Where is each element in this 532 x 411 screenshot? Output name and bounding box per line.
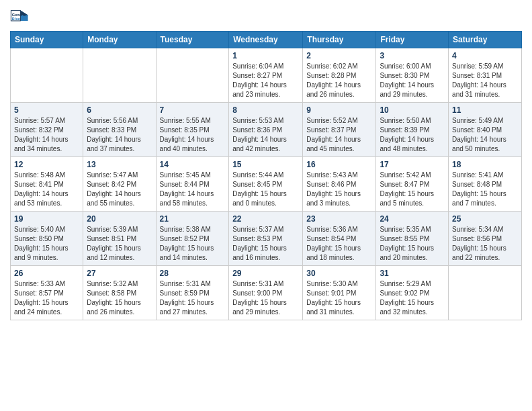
calendar-cell: 21Sunrise: 5:38 AMSunset: 8:52 PMDayligh… [156, 212, 229, 266]
day-info: Sunrise: 5:52 AMSunset: 8:37 PMDaylight:… [306, 116, 372, 154]
day-info: Sunrise: 5:48 AMSunset: 8:41 PMDaylight:… [14, 171, 79, 208]
day-number: 16 [306, 160, 372, 169]
weekday-header: Thursday [303, 32, 376, 48]
calendar-cell: 31Sunrise: 5:29 AMSunset: 9:02 PMDayligh… [376, 266, 449, 320]
day-number: 17 [380, 160, 445, 169]
calendar-week-row: 19Sunrise: 5:40 AMSunset: 8:50 PMDayligh… [11, 212, 522, 266]
calendar-cell [449, 266, 522, 320]
calendar-cell: 10Sunrise: 5:50 AMSunset: 8:39 PMDayligh… [376, 103, 449, 157]
day-info: Sunrise: 6:00 AMSunset: 8:30 PMDaylight:… [380, 62, 445, 99]
day-number: 7 [160, 105, 226, 115]
day-info: Sunrise: 5:30 AMSunset: 9:01 PMDaylight:… [306, 279, 372, 317]
day-info: Sunrise: 5:53 AMSunset: 8:36 PMDaylight:… [232, 116, 299, 154]
day-info: Sunrise: 5:33 AMSunset: 8:57 PMDaylight:… [14, 279, 79, 317]
calendar-cell: 18Sunrise: 5:41 AMSunset: 8:48 PMDayligh… [449, 157, 522, 212]
day-info: Sunrise: 5:47 AMSunset: 8:42 PMDaylight:… [87, 171, 152, 208]
calendar-cell: 19Sunrise: 5:40 AMSunset: 8:50 PMDayligh… [11, 212, 83, 266]
day-number: 20 [87, 214, 152, 224]
day-number: 18 [452, 160, 518, 169]
day-number: 4 [452, 51, 518, 60]
calendar-cell: 23Sunrise: 5:36 AMSunset: 8:54 PMDayligh… [303, 212, 376, 266]
day-number: 25 [452, 214, 518, 224]
calendar-cell: 15Sunrise: 5:44 AMSunset: 8:45 PMDayligh… [229, 157, 303, 212]
weekday-header: Tuesday [156, 32, 229, 48]
day-number: 23 [306, 214, 372, 224]
day-number: 3 [380, 51, 445, 60]
calendar-week-row: 5Sunrise: 5:57 AMSunset: 8:32 PMDaylight… [11, 103, 522, 157]
calendar-cell: 22Sunrise: 5:37 AMSunset: 8:53 PMDayligh… [229, 212, 303, 266]
day-number: 22 [232, 214, 299, 224]
calendar-week-row: 1Sunrise: 6:04 AMSunset: 8:27 PMDaylight… [11, 48, 522, 103]
day-info: Sunrise: 5:39 AMSunset: 8:51 PMDaylight:… [87, 225, 152, 263]
day-info: Sunrise: 5:57 AMSunset: 8:32 PMDaylight:… [14, 116, 79, 154]
calendar-cell: 17Sunrise: 5:42 AMSunset: 8:47 PMDayligh… [376, 157, 449, 212]
day-info: Sunrise: 5:35 AMSunset: 8:55 PMDaylight:… [380, 225, 445, 263]
day-number: 6 [87, 105, 152, 115]
calendar-cell: 6Sunrise: 5:56 AMSunset: 8:33 PMDaylight… [83, 103, 156, 157]
day-info: Sunrise: 5:59 AMSunset: 8:31 PMDaylight:… [452, 62, 518, 99]
day-info: Sunrise: 5:50 AMSunset: 8:39 PMDaylight:… [380, 116, 445, 154]
logo-icon: General Blue [10, 7, 29, 26]
day-info: Sunrise: 6:04 AMSunset: 8:27 PMDaylight:… [232, 62, 299, 99]
calendar-cell: 8Sunrise: 5:53 AMSunset: 8:36 PMDaylight… [229, 103, 303, 157]
calendar-cell: 28Sunrise: 5:31 AMSunset: 8:59 PMDayligh… [156, 266, 229, 320]
day-info: Sunrise: 5:42 AMSunset: 8:47 PMDaylight:… [380, 171, 445, 208]
calendar-cell [11, 48, 83, 103]
day-info: Sunrise: 5:34 AMSunset: 8:56 PMDaylight:… [452, 225, 518, 263]
day-number: 9 [306, 105, 372, 115]
calendar-cell: 2Sunrise: 6:02 AMSunset: 8:28 PMDaylight… [303, 48, 376, 103]
header: General Blue [10, 7, 522, 26]
calendar-cell: 4Sunrise: 5:59 AMSunset: 8:31 PMDaylight… [449, 48, 522, 103]
day-number: 14 [160, 160, 226, 169]
calendar-week-row: 26Sunrise: 5:33 AMSunset: 8:57 PMDayligh… [11, 266, 522, 320]
day-info: Sunrise: 5:31 AMSunset: 8:59 PMDaylight:… [160, 279, 226, 317]
day-number: 12 [14, 160, 79, 169]
weekday-header: Friday [376, 32, 449, 48]
calendar-cell: 9Sunrise: 5:52 AMSunset: 8:37 PMDaylight… [303, 103, 376, 157]
weekday-header-row: SundayMondayTuesdayWednesdayThursdayFrid… [11, 32, 522, 48]
calendar-cell: 7Sunrise: 5:55 AMSunset: 8:35 PMDaylight… [156, 103, 229, 157]
day-info: Sunrise: 5:38 AMSunset: 8:52 PMDaylight:… [160, 225, 226, 263]
day-info: Sunrise: 5:36 AMSunset: 8:54 PMDaylight:… [306, 225, 372, 263]
day-info: Sunrise: 5:56 AMSunset: 8:33 PMDaylight:… [87, 116, 152, 154]
day-info: Sunrise: 5:41 AMSunset: 8:48 PMDaylight:… [452, 171, 518, 208]
day-info: Sunrise: 5:55 AMSunset: 8:35 PMDaylight:… [160, 116, 226, 154]
day-info: Sunrise: 5:45 AMSunset: 8:44 PMDaylight:… [160, 171, 226, 208]
weekday-header: Monday [83, 32, 156, 48]
day-number: 13 [87, 160, 152, 169]
calendar-cell: 3Sunrise: 6:00 AMSunset: 8:30 PMDaylight… [376, 48, 449, 103]
calendar-cell: 5Sunrise: 5:57 AMSunset: 8:32 PMDaylight… [11, 103, 83, 157]
day-info: Sunrise: 5:31 AMSunset: 9:00 PMDaylight:… [232, 279, 299, 317]
calendar-cell: 24Sunrise: 5:35 AMSunset: 8:55 PMDayligh… [376, 212, 449, 266]
day-info: Sunrise: 5:40 AMSunset: 8:50 PMDaylight:… [14, 225, 79, 263]
weekday-header: Saturday [449, 32, 522, 48]
day-number: 31 [380, 269, 445, 278]
day-number: 2 [306, 51, 372, 60]
calendar-cell: 27Sunrise: 5:32 AMSunset: 8:58 PMDayligh… [83, 266, 156, 320]
logo: General Blue [10, 7, 29, 26]
calendar-cell: 29Sunrise: 5:31 AMSunset: 9:00 PMDayligh… [229, 266, 303, 320]
day-number: 10 [380, 105, 445, 115]
calendar-page: General Blue SundayMondayTuesdayWednesda… [0, 0, 532, 330]
calendar-cell [156, 48, 229, 103]
day-number: 15 [232, 160, 299, 169]
day-info: Sunrise: 5:29 AMSunset: 9:02 PMDaylight:… [380, 279, 445, 317]
weekday-header: Sunday [11, 32, 83, 48]
day-number: 30 [306, 269, 372, 278]
calendar-cell: 13Sunrise: 5:47 AMSunset: 8:42 PMDayligh… [83, 157, 156, 212]
day-info: Sunrise: 5:49 AMSunset: 8:40 PMDaylight:… [452, 116, 518, 154]
svg-text:General: General [12, 13, 26, 17]
calendar-cell: 16Sunrise: 5:43 AMSunset: 8:46 PMDayligh… [303, 157, 376, 212]
calendar-cell: 12Sunrise: 5:48 AMSunset: 8:41 PMDayligh… [11, 157, 83, 212]
svg-text:Blue: Blue [12, 17, 20, 21]
day-number: 27 [87, 269, 152, 278]
calendar-cell: 1Sunrise: 6:04 AMSunset: 8:27 PMDaylight… [229, 48, 303, 103]
day-number: 11 [452, 105, 518, 115]
day-number: 1 [232, 51, 299, 60]
calendar-cell: 14Sunrise: 5:45 AMSunset: 8:44 PMDayligh… [156, 157, 229, 212]
calendar-cell: 25Sunrise: 5:34 AMSunset: 8:56 PMDayligh… [449, 212, 522, 266]
day-number: 21 [160, 214, 226, 224]
day-number: 8 [232, 105, 299, 115]
weekday-header: Wednesday [229, 32, 303, 48]
calendar-cell [83, 48, 156, 103]
